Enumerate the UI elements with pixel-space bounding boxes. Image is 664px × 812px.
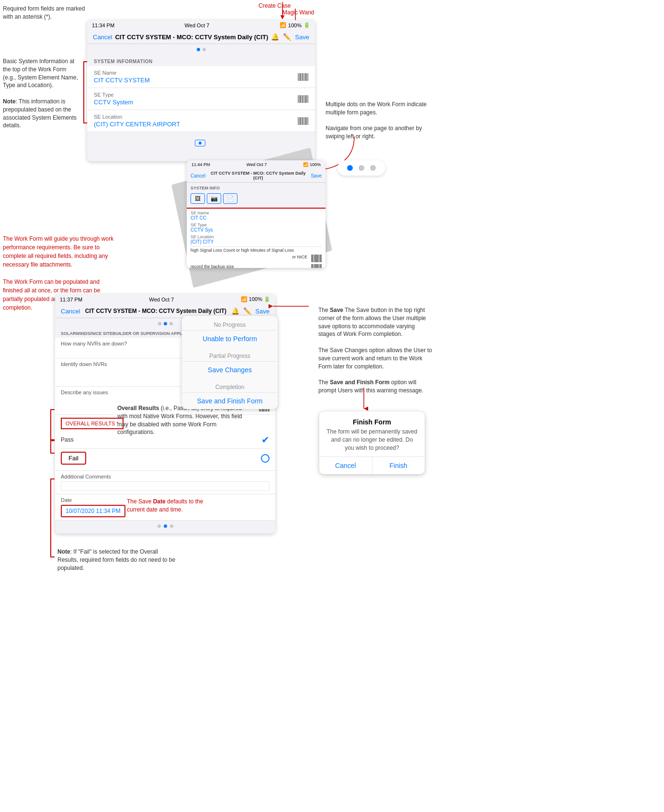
frame2-fields-section: SE Name CIT CC SE Type CCTV Sys SE Locat…	[187, 209, 326, 268]
frame2-selocation-value: (CIT) CITY	[191, 239, 322, 245]
frame2-barcode-icon2	[311, 264, 322, 268]
frame2-upload-photo-icon[interactable]: 🖼	[191, 193, 205, 204]
save-button-annotation: The Save The Save button in the top righ…	[318, 306, 433, 395]
frame2-cancel-button[interactable]: Cancel	[191, 173, 205, 178]
frame2-setype-label: SE Type	[191, 222, 322, 227]
frame2-sename-value: CIT CC	[191, 215, 322, 221]
multiple-dots-annotation: Multiple dots on the Work Form indicate …	[326, 100, 436, 141]
frame1-se-type-value: CCTV System	[94, 99, 133, 106]
frame2-save-button[interactable]: Save	[311, 173, 322, 178]
frame2-setype-value: CCTV Sys	[191, 227, 322, 233]
frame1-se-name-value: CIT CCTV SYSTEM	[94, 77, 150, 84]
bottom-bracket	[50, 478, 55, 557]
frame3-additional-comments-input[interactable]	[61, 481, 270, 491]
frame3-fail-button[interactable]: Fail	[61, 452, 86, 465]
frame3-status-bar: 11:37 PM Wed Oct 7 📶 100% 🔋	[55, 294, 275, 304]
dots-widget-dot2	[359, 165, 364, 171]
fail-note-annotation: Note: If "Fail" is selected for the Over…	[57, 548, 177, 572]
frame3-nav-icons: 🔔 ✏️ Save	[231, 307, 270, 315]
frame1-se-type-barcode-icon[interactable]	[298, 95, 308, 103]
partial-progress-section: Partial Progress Save Changes	[182, 347, 278, 378]
finish-dialog-body: The form will be permanently saved and c…	[319, 428, 425, 456]
frame2-upload-doc-icon[interactable]: 📄	[223, 193, 237, 204]
frame2-upload-camera-icon[interactable]: 📷	[207, 193, 221, 204]
frame1-dot-1	[197, 48, 200, 51]
overall-results-annotation: Overall Results (i.e., Pass/Fail) entry …	[117, 404, 251, 436]
frame2-barcode-icon1	[311, 255, 322, 262]
completion-label: Completion	[182, 382, 278, 392]
frame1-dot-indicator	[195, 140, 205, 146]
date-annotation: The Save Date defaults to the current da…	[127, 498, 223, 514]
frame2-device: 11:44 PM Wed Oct 7 📶 100% Cancel CIT CCT…	[187, 160, 326, 268]
frame3-nav-title: CIT CCTV SYSTEM - MCO: CCTV System Daily…	[80, 308, 231, 314]
frame1-dot-2	[203, 48, 206, 51]
frame2-header-section: SYSTEM INFO 🖼 📷 📄	[187, 183, 326, 209]
no-progress-section: No Progress Unable to Perform	[182, 316, 278, 347]
frame2-selocation-label: SE Location	[191, 234, 322, 239]
frame1-se-location-cell: SE Location (CIT) CITY CENTER AIRPORT	[87, 110, 315, 132]
save-and-finish-button[interactable]: Save and Finish Form	[182, 392, 278, 409]
partial-progress-label: Partial Progress	[182, 351, 278, 361]
magic-wand-label: Magic Wand	[282, 9, 314, 17]
finish-dialog-finish-button[interactable]: Finish	[372, 457, 425, 474]
frame3-save-button[interactable]: Save	[255, 308, 270, 315]
frame3-pass-checkmark: ✔	[261, 434, 270, 445]
dots-widget-dot3	[370, 165, 376, 171]
frame1-status-bar: 11:34 PM Wed Oct 7 📶 100% 🔋	[87, 20, 315, 30]
finish-dialog-cancel-button[interactable]: Cancel	[319, 457, 372, 474]
frame1-se-name-barcode-icon[interactable]	[298, 73, 308, 81]
frame1-bottom-dots	[87, 136, 315, 150]
dots-widget	[338, 160, 385, 176]
frame3-pencil-icon[interactable]: ✏️	[243, 307, 251, 315]
save-changes-button[interactable]: Save Changes	[182, 361, 278, 378]
overall-results-label: OVERALL RESULTS *	[61, 418, 124, 429]
frame2-nav-bar: Cancel CIT CCTV SYSTEM - MCO: CCTV Syste…	[187, 169, 326, 183]
frame1-nav-title: CIT CCTV SYSTEM - MCO: CCTV System Daily…	[112, 33, 271, 41]
frame3-additional-comments-section: Additional Comments	[55, 471, 275, 494]
frame1-system-info-table: SE Name CIT CCTV SYSTEM SE Type CCTV Sys…	[87, 66, 315, 132]
frame1-section-header: SYSTEM INFORMATION	[87, 55, 315, 66]
frame3-additional-comments-label: Additional Comments	[61, 474, 270, 479]
frame3-pass-label: Pass	[61, 436, 74, 443]
unable-to-perform-button[interactable]: Unable to Perform	[182, 330, 278, 347]
basic-system-info-annotation: Basic System Information at the top of t…	[3, 57, 79, 130]
frame2-sename-label: SE Name	[191, 211, 322, 215]
frame3-fail-radio[interactable]	[261, 454, 270, 463]
frame3-fail-row[interactable]: Fail	[61, 449, 270, 467]
save-arrow	[270, 301, 309, 311]
save-menu-popup: No Progress Unable to Perform Partial Pr…	[182, 316, 278, 409]
dots-widget-dot1	[347, 165, 353, 171]
frame1-nav-bar: Cancel CIT CCTV SYSTEM - MCO: CCTV Syste…	[87, 30, 315, 44]
fail-bracket	[50, 440, 55, 454]
finish-dialog-title: Finish Form	[319, 412, 425, 428]
frame3-bottom-dots	[55, 521, 275, 532]
system-info-bracket	[83, 61, 87, 123]
completion-section: Completion Save and Finish Form	[182, 378, 278, 409]
frame1-se-location-barcode-icon[interactable]	[298, 117, 308, 125]
overall-results-bracket	[50, 409, 55, 440]
bell-icon[interactable]: 🔔	[271, 33, 279, 41]
frame1-save-button[interactable]: Save	[295, 33, 309, 41]
no-progress-label: No Progress	[182, 320, 278, 330]
frame1-se-type-cell: SE Type CCTV System	[87, 88, 315, 110]
frame2-nav-title: CIT CCTV SYSTEM - MCO: CCTV System Daily…	[205, 171, 311, 180]
frame2-upload-icons: 🖼 📷 📄	[191, 193, 322, 204]
frame1-device: 11:34 PM Wed Oct 7 📶 100% 🔋 Cancel CIT C…	[87, 20, 315, 161]
frame1-nav-icons: 🔔 ✏️ Save	[271, 33, 309, 41]
frame2-section-header: SYSTEM INFO	[191, 185, 322, 191]
pencil-icon[interactable]: ✏️	[283, 33, 291, 41]
finish-dialog-buttons: Cancel Finish	[319, 456, 425, 474]
frame1-se-location-value: (CIT) CITY CENTER AIRPORT	[94, 121, 180, 128]
required-fields-annotation: Required form fields are marked with an …	[3, 5, 91, 21]
frame2-status-bar: 11:44 PM Wed Oct 7 📶 100%	[187, 160, 326, 169]
frame2-barcode2: or NICE	[191, 255, 322, 262]
frame3-cancel-button[interactable]: Cancel	[61, 308, 80, 315]
frame3-bell-icon[interactable]: 🔔	[231, 307, 239, 315]
frame3-date-value[interactable]: 10/07/2020 11:34 PM	[61, 505, 125, 517]
frame2-text3: record the backup size	[191, 264, 322, 268]
frame1-se-name-cell: SE Name CIT CCTV SYSTEM	[87, 66, 315, 88]
frame1-page-dots	[87, 44, 315, 55]
frame1-cancel-button[interactable]: Cancel	[93, 33, 112, 41]
finish-form-dialog: Finish Form The form will be permanently…	[319, 412, 425, 474]
frame2-text1: high Signal Loss Count or high Minutes o…	[191, 246, 322, 253]
